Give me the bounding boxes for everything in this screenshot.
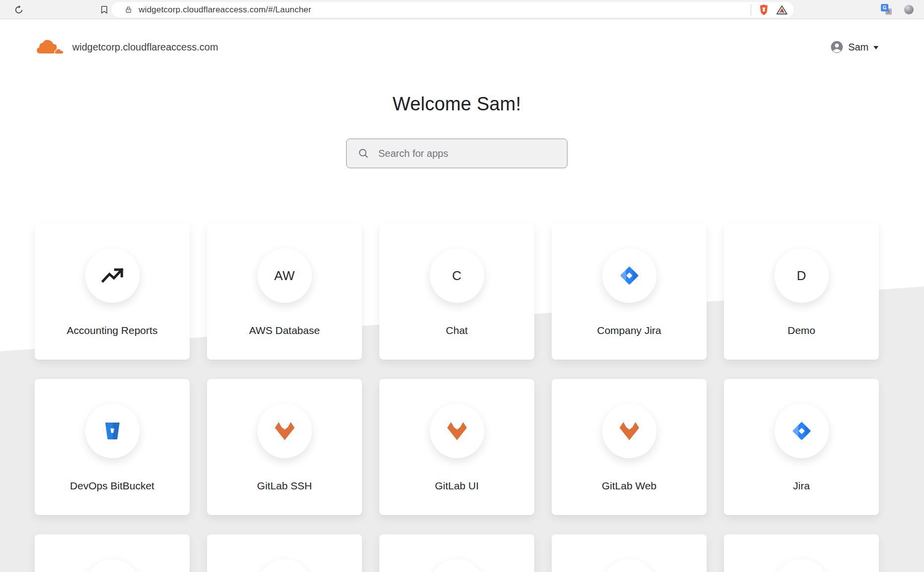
app-icon-circle: C xyxy=(430,248,484,303)
app-label: Demo xyxy=(787,325,815,336)
brave-shield-button[interactable] xyxy=(759,4,769,16)
welcome-title: Welcome Sam! xyxy=(0,94,914,115)
app-icon-circle xyxy=(257,404,312,458)
reload-icon xyxy=(14,5,24,15)
app-tile-partial[interactable] xyxy=(379,534,534,572)
toolbar-divider xyxy=(751,4,751,15)
app-label: AWS Database xyxy=(249,325,320,336)
cloudflare-cloud-icon xyxy=(35,38,65,56)
app-tile[interactable]: Jira xyxy=(724,379,879,515)
gitlab-fox-icon xyxy=(273,421,296,441)
app-icon-circle xyxy=(602,248,657,303)
search-icon xyxy=(358,147,369,159)
app-tile[interactable]: GitLab SSH xyxy=(207,379,362,515)
app-label: Chat xyxy=(446,325,467,336)
app-icon-circle xyxy=(257,559,312,572)
lock-icon xyxy=(124,5,133,14)
app-initials: C xyxy=(452,268,462,284)
bookmark-icon xyxy=(100,5,109,14)
user-name[interactable]: Sam xyxy=(848,42,869,53)
app-icon-circle xyxy=(602,404,657,458)
app-tile[interactable]: GitLab Web xyxy=(552,379,707,515)
app-icon-circle xyxy=(85,559,140,572)
bitbucket-bucket-icon xyxy=(102,421,123,441)
browser-toolbar: widgetcorp.cloudflareaccess.com/#/Launch… xyxy=(0,0,924,19)
app-tile[interactable]: DevOps BitBucket xyxy=(35,379,190,515)
site-header: widgetcorp.cloudflareaccess.com Sam xyxy=(0,20,924,74)
app-label: Jira xyxy=(793,480,810,492)
search-input[interactable] xyxy=(346,139,567,168)
bat-rewards-button[interactable] xyxy=(776,5,787,15)
app-initials: D xyxy=(797,268,806,284)
translate-button[interactable]: 文 G xyxy=(881,4,892,15)
app-icon-circle xyxy=(602,559,657,572)
person-avatar-icon xyxy=(830,41,843,53)
app-label: Company Jira xyxy=(597,325,662,336)
app-icon-circle xyxy=(85,248,140,303)
address-bar[interactable]: widgetcorp.cloudflareaccess.com/#/Launch… xyxy=(111,2,794,17)
app-tile[interactable]: GitLab UI xyxy=(379,379,534,515)
bookmark-button[interactable] xyxy=(97,0,111,19)
app-label: DevOps BitBucket xyxy=(70,480,154,492)
app-icon-circle: AW xyxy=(257,248,312,303)
app-label: Accounting Reports xyxy=(67,325,157,336)
app-tile[interactable]: C Chat xyxy=(379,224,534,360)
app-label: GitLab UI xyxy=(435,480,479,492)
gitlab-fox-icon xyxy=(618,421,641,441)
app-label: GitLab SSH xyxy=(257,480,312,492)
trending-up-icon xyxy=(101,264,124,287)
app-tile[interactable]: D Demo xyxy=(724,224,879,360)
app-icon-circle xyxy=(774,404,829,458)
app-icon-circle: D xyxy=(774,248,829,303)
brave-shield-icon xyxy=(759,4,769,16)
url-text[interactable]: widgetcorp.cloudflareaccess.com/#/Launch… xyxy=(139,5,311,15)
app-tile-partial[interactable] xyxy=(552,534,707,572)
gitlab-fox-icon xyxy=(446,421,468,441)
app-grid: Accounting Reports AW AWS Database C Cha… xyxy=(35,224,879,572)
app-tile-partial[interactable] xyxy=(207,534,362,572)
app-icon-circle xyxy=(85,404,140,458)
app-tile-partial[interactable] xyxy=(35,534,190,572)
reload-button[interactable] xyxy=(12,0,26,19)
user-menu[interactable]: Sam xyxy=(830,41,878,53)
app-tile[interactable]: Accounting Reports xyxy=(35,224,190,360)
app-icon-circle xyxy=(430,404,484,458)
app-tile[interactable]: AW AWS Database xyxy=(207,224,362,360)
jira-diamond-icon xyxy=(790,420,813,442)
jira-diamond-icon xyxy=(618,264,641,287)
app-tile[interactable]: Company Jira xyxy=(552,224,707,360)
profile-sphere-icon[interactable] xyxy=(904,5,914,14)
chevron-down-icon xyxy=(873,46,878,49)
app-icon-circle xyxy=(774,559,829,572)
app-initials: AW xyxy=(274,268,295,284)
site-name: widgetcorp.cloudflareaccess.com xyxy=(72,42,218,53)
app-label: GitLab Web xyxy=(602,480,657,492)
bat-triangle-icon xyxy=(776,5,787,15)
site-logo-cluster: widgetcorp.cloudflareaccess.com xyxy=(35,38,218,56)
app-icon-circle xyxy=(430,559,484,572)
app-search xyxy=(346,139,567,168)
app-tile-partial[interactable] xyxy=(724,534,879,572)
